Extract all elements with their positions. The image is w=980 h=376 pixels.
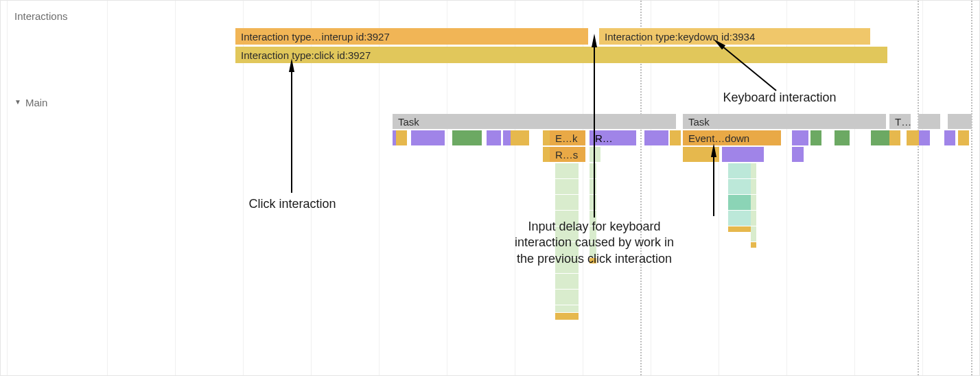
gridline xyxy=(7,1,8,375)
flame-bar[interactable] xyxy=(728,195,751,210)
svg-line-3 xyxy=(719,43,776,91)
flame-bar[interactable] xyxy=(555,313,579,320)
flame-bar[interactable] xyxy=(751,179,756,194)
flame-bar[interactable] xyxy=(555,274,579,289)
flame-bar-labeled[interactable]: Event…down xyxy=(683,130,781,145)
flame-bar[interactable] xyxy=(555,163,579,178)
label-text: Main xyxy=(25,97,48,108)
flame-bar[interactable] xyxy=(728,226,751,232)
bar-label: Interaction type…interup id:3927 xyxy=(241,31,390,43)
disclosure-triangle-icon[interactable]: ▼ xyxy=(14,98,21,106)
flame-bar[interactable] xyxy=(728,179,751,194)
flame-bar[interactable] xyxy=(555,179,579,194)
arrow-click xyxy=(285,62,299,193)
bar-label: R…s xyxy=(555,149,578,161)
bar-label: E…k xyxy=(555,132,578,144)
flame-bar[interactable] xyxy=(411,130,445,145)
marker-line xyxy=(918,1,919,375)
flame-bar[interactable] xyxy=(751,242,756,248)
flame-bar-labeled[interactable]: Task xyxy=(393,114,676,129)
flame-bar[interactable] xyxy=(889,130,900,145)
flame-bar[interactable] xyxy=(792,147,804,162)
flame-bar-labeled[interactable]: Task xyxy=(683,114,886,129)
flame-bar[interactable] xyxy=(683,147,694,162)
flame-bar[interactable] xyxy=(871,130,889,145)
flame-bar[interactable] xyxy=(728,163,751,178)
marker-line xyxy=(971,1,972,375)
flame-bar[interactable] xyxy=(518,130,529,145)
flame-bar-labeled[interactable]: E…k xyxy=(550,130,585,145)
flame-bar[interactable] xyxy=(944,130,955,145)
flame-bar[interactable] xyxy=(555,290,579,305)
flame-bar[interactable] xyxy=(722,147,751,162)
bar-label: Interaction type:click id:3927 xyxy=(241,49,371,61)
row-label-main[interactable]: ▼ Main xyxy=(1,94,110,110)
flame-bar-labeled[interactable]: T… xyxy=(889,114,911,129)
flame-bar[interactable] xyxy=(751,163,756,178)
flame-bar[interactable] xyxy=(907,130,919,145)
flame-bar[interactable] xyxy=(751,195,756,210)
flame-bar[interactable] xyxy=(728,211,751,226)
row-label-interactions[interactable]: Interactions xyxy=(1,8,110,24)
annotation-keyboard: Keyboard interaction xyxy=(701,90,859,106)
gridline xyxy=(922,1,923,375)
flame-bar[interactable] xyxy=(751,147,764,162)
flame-bar-labeled[interactable]: R…s xyxy=(550,147,585,162)
bar-label: Event…down xyxy=(688,132,749,144)
interaction-pointerup[interactable]: Interaction type…interup id:3927 xyxy=(235,28,588,45)
gridline xyxy=(107,1,108,375)
flame-bar[interactable] xyxy=(810,130,821,145)
flame-bar[interactable] xyxy=(452,130,482,145)
flame-bar[interactable] xyxy=(555,195,579,210)
gridline xyxy=(175,1,176,375)
flame-bar[interactable] xyxy=(751,211,756,226)
bar-label: T… xyxy=(895,116,911,128)
flame-bar[interactable] xyxy=(948,114,972,129)
bar-label: Task xyxy=(398,116,419,128)
perf-panel: Interactions ▼ Main Interaction type…int… xyxy=(0,0,980,376)
flame-bar[interactable] xyxy=(919,130,930,145)
flame-bar[interactable] xyxy=(396,130,407,145)
bar-label: Task xyxy=(688,116,710,128)
arrow-keyboard xyxy=(714,39,783,94)
arrow-delay-inner xyxy=(707,148,721,216)
flame-bar[interactable] xyxy=(487,130,501,145)
label-text: Interactions xyxy=(14,10,68,22)
flame-bar[interactable] xyxy=(644,130,668,145)
annotation-click: Click interaction xyxy=(227,196,358,212)
flame-bar[interactable] xyxy=(751,226,756,242)
interaction-click[interactable]: Interaction type:click id:3927 xyxy=(235,47,887,63)
flame-bar[interactable] xyxy=(929,114,940,129)
flame-bar[interactable] xyxy=(670,130,681,145)
arrow-delay xyxy=(587,38,601,218)
annotation-delay: Input delay for keyboard interaction cau… xyxy=(491,219,697,267)
flame-bar[interactable] xyxy=(625,130,636,145)
flame-bar[interactable] xyxy=(835,130,850,145)
flame-bar[interactable] xyxy=(958,130,969,145)
flame-bar[interactable] xyxy=(792,130,808,145)
flame-bar[interactable] xyxy=(555,305,579,312)
flame-bar[interactable] xyxy=(918,114,929,129)
